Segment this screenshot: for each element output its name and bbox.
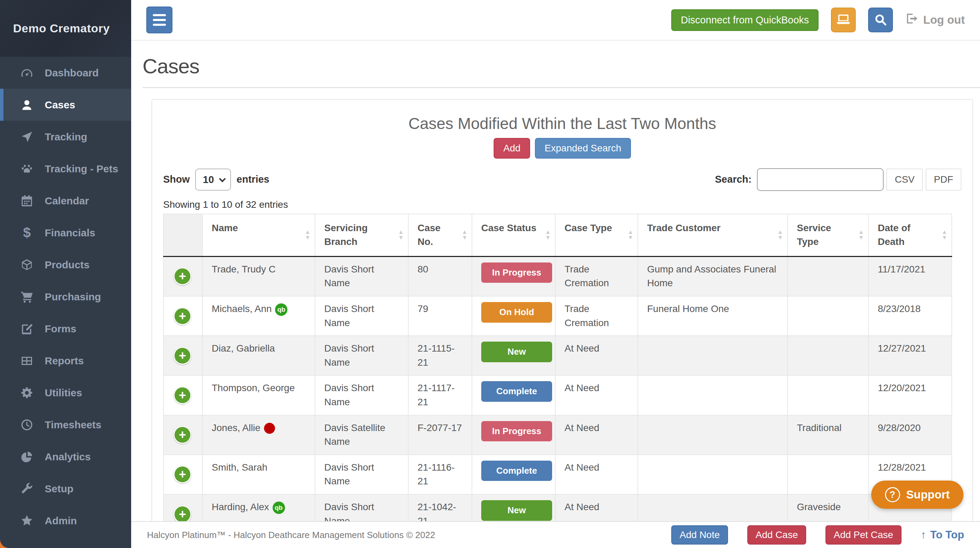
sidebar-item-utilities[interactable]: Utilities: [0, 377, 131, 409]
cell-case-type: At Need: [555, 455, 638, 494]
sidebar-item-timesheets[interactable]: Timesheets: [0, 409, 131, 441]
cell-case-no: 21-1115-21: [408, 336, 472, 375]
cell-case-no: 21-1117-21: [408, 375, 472, 415]
cell-name: Smith, Sarah: [202, 455, 315, 494]
cell-case-status: Complete: [472, 455, 555, 494]
case-name: Smith, Sarah: [212, 462, 267, 473]
user-icon: [19, 98, 34, 111]
column-header-trade-customer[interactable]: Trade Customer▲▼: [638, 214, 788, 257]
expand-row-button[interactable]: +: [173, 426, 191, 444]
cell-service-type: [788, 296, 869, 336]
device-button[interactable]: [831, 8, 856, 32]
sign-out-icon: [905, 12, 918, 28]
expand-row-button[interactable]: +: [173, 505, 191, 523]
cell-name: Thompson, George: [202, 375, 315, 415]
footer-buttons: Add NoteAdd CaseAdd Pet Case ↑ To Top: [671, 525, 964, 545]
logout-button[interactable]: Log out: [905, 12, 965, 28]
expand-row-button[interactable]: +: [173, 307, 191, 325]
column-header-date-of-death[interactable]: Date of Death▲▼: [869, 214, 952, 257]
cell-trade-customer: [638, 336, 788, 375]
dollar-icon: $: [19, 225, 34, 240]
topbar: Disconnect from QuickBooks Log out: [131, 0, 980, 41]
column-header-label: Service Type: [797, 222, 831, 247]
add-button[interactable]: Add: [494, 138, 530, 159]
sidebar-item-calendar[interactable]: Calendar: [0, 185, 131, 217]
sidebar-item-label: Dashboard: [45, 67, 99, 79]
cell-case-no: 21-1116-21: [408, 455, 472, 494]
column-header-servicing-branch[interactable]: Servicing Branch▲▼: [315, 214, 408, 257]
main-area: Disconnect from QuickBooks Log out: [131, 0, 980, 548]
entries-label: entries: [237, 174, 269, 185]
cell-case-type: Trade Cremation: [555, 296, 638, 336]
sidebar-item-forms[interactable]: Forms: [0, 313, 131, 345]
footer: Halcyon Platinum™ - Halcyon Deathcare Ma…: [131, 521, 980, 548]
expand-row-button[interactable]: +: [173, 386, 191, 404]
column-header-label: Case Type: [565, 222, 612, 233]
cell-date-of-death: 9/28/2020: [869, 415, 952, 455]
company-name: Demo Crematory: [13, 22, 110, 35]
case-status-badge: Complete: [481, 461, 552, 481]
add-note-button[interactable]: Add Note: [671, 525, 728, 545]
column-header-service-type[interactable]: Service Type▲▼: [788, 214, 869, 257]
sidebar-item-analytics[interactable]: Analytics: [0, 441, 131, 473]
add-case-button[interactable]: Add Case: [747, 525, 806, 545]
cell-trade-customer: [638, 455, 788, 494]
sidebar-item-setup[interactable]: Setup: [0, 473, 131, 505]
column-header-case-no[interactable]: Case No.▲▼: [408, 214, 472, 257]
sort-icons: ▲▼: [461, 229, 468, 240]
table-row: +Diaz, GabriellaDavis Short Name21-1115-…: [164, 336, 952, 375]
laptop-icon: [836, 13, 851, 28]
sidebar-item-label: Purchasing: [45, 291, 101, 303]
sidebar-item-purchasing[interactable]: Purchasing: [0, 281, 131, 313]
global-search-button[interactable]: [868, 8, 893, 32]
table-header-row: Name▲▼Servicing Branch▲▼Case No.▲▼Case S…: [164, 214, 952, 257]
page-size-control: Show 10 entries: [163, 168, 269, 191]
app-root: Demo Crematory DashboardCasesTrackingTra…: [0, 0, 980, 548]
support-button[interactable]: ? Support: [871, 481, 964, 509]
column-header-name[interactable]: Name▲▼: [202, 214, 315, 257]
sidebar-item-tracking-pets[interactable]: Tracking - Pets: [0, 153, 131, 185]
expanded-search-button[interactable]: Expanded Search: [535, 138, 631, 159]
expand-row-button[interactable]: +: [173, 465, 191, 483]
cogs-icon: [19, 386, 34, 399]
to-top-button[interactable]: ↑ To Top: [921, 529, 964, 541]
sidebar-panel: Demo Crematory DashboardCasesTrackingTra…: [0, 0, 131, 548]
add-pet-case-button[interactable]: Add Pet Case: [826, 525, 902, 545]
cell-expand: +: [164, 296, 202, 336]
cell-case-status: New: [472, 336, 555, 375]
sidebar-item-tracking[interactable]: Tracking: [0, 121, 131, 153]
menu-toggle-button[interactable]: [146, 6, 172, 33]
table-search-input[interactable]: [757, 168, 884, 191]
export-pdf-button[interactable]: PDF: [926, 168, 961, 191]
sidebar-item-reports[interactable]: Reports: [0, 345, 131, 377]
sidebar-item-cases[interactable]: Cases: [0, 89, 131, 121]
cell-case-type: At Need: [555, 375, 638, 415]
cell-case-no: F-2077-17: [408, 415, 472, 455]
sidebar-item-dashboard[interactable]: Dashboard: [0, 57, 131, 89]
disconnect-quickbooks-button[interactable]: Disconnect from QuickBooks: [671, 9, 819, 31]
cell-service-type: [788, 336, 869, 375]
sidebar: Demo Crematory DashboardCasesTrackingTra…: [0, 0, 131, 548]
sidebar-header: Demo Crematory: [0, 0, 131, 57]
cell-expand: +: [164, 256, 202, 296]
page-size-select[interactable]: 10: [195, 168, 231, 191]
column-header-case-type[interactable]: Case Type▲▼: [555, 214, 638, 257]
page-header-divider: [143, 87, 980, 88]
expand-row-button[interactable]: +: [173, 347, 191, 365]
sidebar-item-financials[interactable]: $Financials: [0, 217, 131, 249]
cell-trade-customer: Funeral Home One: [638, 296, 788, 336]
clock-icon: [19, 418, 34, 431]
cases-table: Name▲▼Servicing Branch▲▼Case No.▲▼Case S…: [163, 214, 952, 535]
export-csv-button[interactable]: CSV: [886, 168, 923, 191]
cell-case-status: In Progress: [472, 415, 555, 455]
expand-row-button[interactable]: +: [173, 267, 191, 285]
cell-trade-customer: [638, 415, 788, 455]
sidebar-item-products[interactable]: Products: [0, 249, 131, 281]
case-name: Harding, Alex: [212, 502, 269, 512]
panel-actions: Add Expanded Search: [163, 138, 961, 159]
quickbooks-icon: qb: [275, 303, 288, 316]
column-header-case-status[interactable]: Case Status▲▼: [472, 214, 555, 257]
sidebar-item-admin[interactable]: Admin: [0, 505, 131, 537]
cell-name: Trade, Trudy C: [202, 256, 315, 296]
sidebar-item-label: Admin: [45, 515, 77, 527]
